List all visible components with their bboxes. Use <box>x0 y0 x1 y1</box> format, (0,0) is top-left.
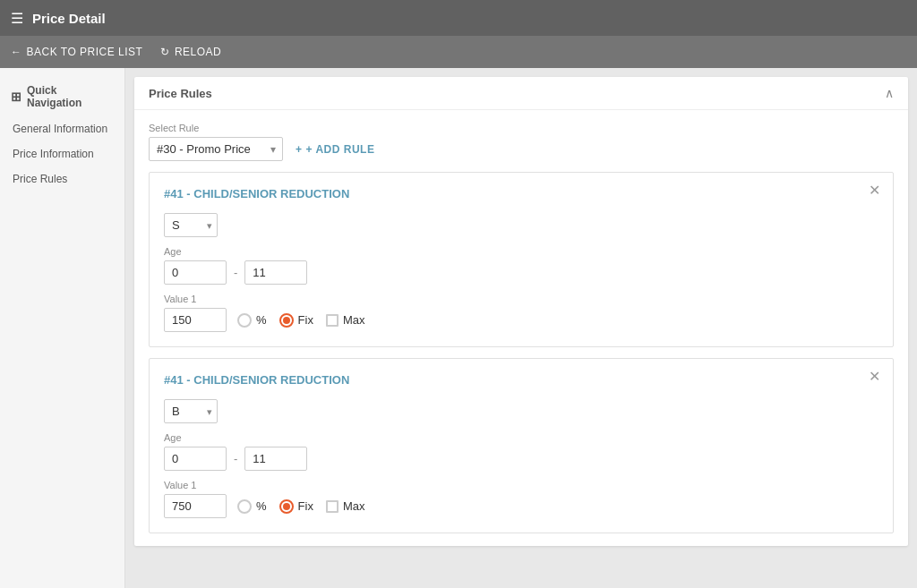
main-layout: ⊞ Quick Navigation General Information P… <box>0 68 917 588</box>
rule-1-value-row: % Fix Max <box>164 308 878 332</box>
rule-1-radio-fix[interactable]: Fix <box>279 313 313 328</box>
rule-2-type-dropdown[interactable]: S B C <box>164 399 218 423</box>
section-header: Price Rules ∧ <box>134 77 908 110</box>
rule-1-age-to[interactable] <box>244 260 307 285</box>
rule-2-title: #41 - CHILD/SENIOR REDUCTION <box>164 373 878 387</box>
rule-2-age-separator: - <box>234 452 237 465</box>
rule-1-value1-label: Value 1 <box>164 294 878 304</box>
rule-block-2: #41 - CHILD/SENIOR REDUCTION ✕ S B C Age… <box>149 358 894 533</box>
sidebar-item-general-information[interactable]: General Information <box>0 116 124 141</box>
add-icon: + <box>296 143 303 156</box>
rule-1-type-dropdown[interactable]: S B C <box>164 213 218 237</box>
content-area: Price Rules ∧ Select Rule #30 - Promo Pr… <box>125 68 917 588</box>
sidebar-item-price-information[interactable]: Price Information <box>0 141 124 166</box>
rule-block-1: #41 - CHILD/SENIOR REDUCTION ✕ S B C Age… <box>149 172 894 347</box>
rule-1-type-wrapper: S B C <box>164 213 218 237</box>
add-rule-button[interactable]: + + ADD RULE <box>296 143 374 156</box>
rule-2-radio-fix-circle <box>279 499 294 514</box>
rule-1-checkbox-max[interactable]: Max <box>326 313 365 327</box>
sidebar-item-price-rules[interactable]: Price Rules <box>0 166 124 192</box>
rule-2-age-label: Age <box>164 432 878 443</box>
rule-2-type-wrapper: S B C <box>164 399 218 423</box>
rule-2-age-to[interactable] <box>244 447 307 471</box>
rule-1-age-from[interactable] <box>164 260 227 285</box>
rule-1-radio-percent-circle <box>237 313 252 328</box>
collapse-button[interactable]: ∧ <box>885 86 894 100</box>
rule-1-close-button[interactable]: ✕ <box>869 183 880 198</box>
select-rule-group: Select Rule #30 - Promo Price <box>149 123 283 161</box>
select-rule-wrapper: #30 - Promo Price <box>149 137 283 161</box>
page-title: Price Detail <box>32 11 906 26</box>
rule-2-checkbox-max-box <box>326 500 339 513</box>
sidebar: ⊞ Quick Navigation General Information P… <box>0 68 125 588</box>
price-rules-card: Price Rules ∧ Select Rule #30 - Promo Pr… <box>134 77 908 546</box>
sidebar-nav-header: ⊞ Quick Navigation <box>0 77 124 116</box>
rule-2-value1-input[interactable] <box>164 494 227 518</box>
rule-1-radio-fix-circle <box>279 313 294 328</box>
rule-2-radio-percent[interactable]: % <box>237 499 267 514</box>
select-rule-dropdown[interactable]: #30 - Promo Price <box>149 137 283 161</box>
rule-1-radio-percent[interactable]: % <box>237 313 267 328</box>
rule-1-value1-input[interactable] <box>164 308 227 332</box>
rule-2-value-row: % Fix Max <box>164 494 878 518</box>
rule-2-age-row: - <box>164 447 878 471</box>
rule-1-age-row: - <box>164 260 878 285</box>
rule-1-age-label: Age <box>164 246 878 257</box>
reload-icon: ↻ <box>160 46 170 58</box>
select-rule-row: Select Rule #30 - Promo Price + + ADD RU… <box>149 123 894 161</box>
rule-2-value1-label: Value 1 <box>164 480 878 490</box>
reload-button[interactable]: ↻ RELOAD <box>160 46 221 58</box>
nav-icon: ⊞ <box>11 89 21 104</box>
section-title: Price Rules <box>149 87 212 100</box>
rule-2-age-from[interactable] <box>164 447 227 471</box>
rule-1-title: #41 - CHILD/SENIOR REDUCTION <box>164 187 878 200</box>
rule-1-age-separator: - <box>234 266 237 279</box>
rule-1-checkbox-max-box <box>326 314 339 327</box>
action-bar: ← BACK TO PRICE LIST ↻ RELOAD <box>0 36 917 68</box>
rule-2-checkbox-max[interactable]: Max <box>326 499 365 513</box>
back-arrow-icon: ← <box>11 46 22 58</box>
back-to-price-list-button[interactable]: ← BACK TO PRICE LIST <box>11 46 142 58</box>
price-rules-body: Select Rule #30 - Promo Price + + ADD RU… <box>134 110 908 546</box>
rule-2-radio-fix[interactable]: Fix <box>279 499 313 514</box>
rule-1-radio-group: % Fix Max <box>237 313 364 328</box>
menu-icon[interactable]: ☰ <box>11 10 23 27</box>
top-bar: ☰ Price Detail <box>0 0 917 36</box>
rule-2-radio-percent-circle <box>237 499 252 514</box>
rule-2-close-button[interactable]: ✕ <box>869 370 880 384</box>
rule-2-radio-group: % Fix Max <box>237 499 364 514</box>
select-rule-label: Select Rule <box>149 123 283 133</box>
